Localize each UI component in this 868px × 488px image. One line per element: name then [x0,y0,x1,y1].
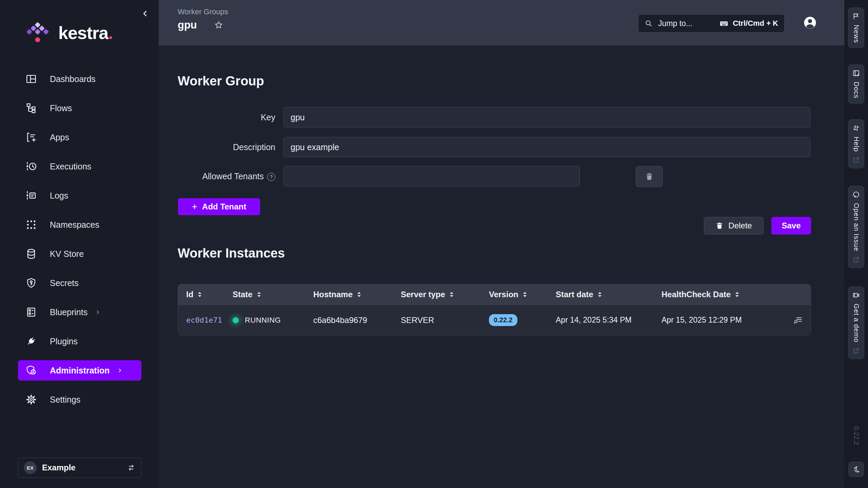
search-icon [645,19,653,27]
column-header-version[interactable]: Version [489,290,556,299]
key-input[interactable] [283,107,810,127]
page-title: gpu [178,19,197,31]
sidebar-item-label: Apps [50,133,69,142]
docs-button[interactable]: Docs [848,64,864,104]
sidebar-item-apps[interactable]: Apps [18,127,141,147]
kestra-logo[interactable]: kestra. [24,22,113,44]
sidebar-item-namespaces[interactable]: Namespaces [18,215,141,235]
chevron-right-icon [94,309,101,316]
slack-icon [852,124,860,132]
jump-to-search[interactable]: Jump to... Ctrl/Cmd + K [638,14,785,33]
remove-tenant-button[interactable] [636,166,663,187]
top-bar: Worker Groups gpu Jump to... Ctrl/Cmd + … [159,0,844,45]
sidebar-item-dashboards[interactable]: Dashboards [18,69,141,89]
help-circle-icon[interactable]: ? [267,173,275,181]
table-row: ec0d1e71 RUNNING c6a6b4ba9679 SERVER 0.2… [178,305,811,335]
sort-icon [449,291,454,298]
logs-icon [25,190,37,201]
flows-icon [25,102,37,114]
theme-toggle-button[interactable] [848,462,864,477]
tenant-selector[interactable]: EX Example [18,458,141,478]
sidebar-item-plugins[interactable]: Plugins [18,331,141,351]
chevron-right-icon [116,367,123,374]
tenant-avatar: EX [24,461,37,474]
hostname-cell: c6a6b4ba9679 [313,316,401,325]
github-icon [852,191,860,198]
sidebar-item-blueprints[interactable]: Blueprints [18,302,141,322]
sidebar-item-label: Administration [50,366,110,375]
running-status-dot [233,317,239,323]
sidebar-item-kv-store[interactable]: KV Store [18,244,141,264]
allowed-tenants-input[interactable] [283,166,580,186]
keyboard-icon [719,19,729,28]
sort-icon [257,291,261,298]
instance-id-link[interactable]: ec0d1e71 [186,316,222,324]
sort-icon [597,291,602,298]
demo-icon [852,291,860,299]
sort-icon [357,291,361,298]
state-cell: RUNNING [233,316,313,325]
version-badge: 0.22.2 [489,314,517,326]
column-header-healthcheck-date[interactable]: HealthCheck Date [662,290,786,299]
save-button[interactable]: Save [771,217,811,235]
news-button[interactable]: News [848,7,864,48]
sort-icon [735,291,739,298]
sidebar-item-settings[interactable]: Settings [18,389,141,410]
executions-icon [25,161,37,172]
breadcrumb[interactable]: Worker Groups [178,7,228,16]
administration-icon [25,365,37,376]
sidebar-collapse-icon[interactable] [139,7,151,20]
sidebar-item-label: Flows [50,103,72,113]
server-type-cell: SERVER [401,316,489,325]
get-a-demo-button[interactable]: Get a demo [848,286,864,359]
sidebar-item-label: Namespaces [50,220,99,230]
trash-icon [645,172,654,181]
sidebar-item-label: Logs [50,191,68,201]
column-header-hostname[interactable]: Hostname [313,290,401,299]
favorite-star-icon[interactable] [214,20,223,30]
description-input[interactable] [283,137,810,157]
namespaces-icon [25,219,37,230]
right-rail: News Docs Help Open an Issue Get a demo … [844,0,868,488]
sidebar-item-flows[interactable]: Flows [18,98,141,118]
sidebar-item-administration[interactable]: Administration [18,360,141,381]
external-link-icon [853,157,860,163]
sidebar-item-secrets[interactable]: Secrets [18,273,141,293]
column-header-server-type[interactable]: Server type [401,290,489,299]
plugins-icon [25,336,37,347]
dashboards-icon [25,73,37,85]
external-link-icon [853,256,860,263]
brand-name: kestra. [58,23,113,43]
allowed-tenants-label: Allowed Tenants? [159,166,275,186]
trash-icon [715,222,724,230]
key-label: Key [159,107,275,127]
tenant-name: Example [42,463,76,472]
delete-button[interactable]: Delete [704,217,764,235]
secrets-icon [25,277,37,289]
open-an-issue-button[interactable]: Open an Issue [848,186,864,268]
sidebar-item-label: Dashboards [50,74,96,84]
sort-icon [197,291,202,298]
main-content: Worker Group Key Description Allowed Ten… [159,45,844,488]
sidebar: kestra. Dashboards Flows Apps Executions… [0,0,159,488]
column-header-start-date[interactable]: Start date [556,290,662,299]
settings-icon [25,394,37,405]
sidebar-item-label: Blueprints [50,307,87,317]
kv-store-icon [25,248,37,260]
switch-tenant-icon [127,463,136,472]
app-version: 0.22.2 [844,426,868,445]
view-logs-icon[interactable] [794,316,803,325]
help-button[interactable]: Help [848,119,864,168]
user-avatar-icon[interactable] [803,16,817,30]
search-placeholder: Jump to... [658,19,714,28]
state-label: RUNNING [245,316,281,325]
external-link-icon [853,347,860,354]
apps-icon [25,131,37,143]
sort-icon [522,291,527,298]
plus-icon: + [192,201,197,212]
sidebar-item-executions[interactable]: Executions [18,156,141,177]
sidebar-item-logs[interactable]: Logs [18,185,141,206]
column-header-state[interactable]: State [233,290,313,299]
add-tenant-button[interactable]: + Add Tenant [178,198,260,215]
column-header-id[interactable]: Id [178,290,233,299]
